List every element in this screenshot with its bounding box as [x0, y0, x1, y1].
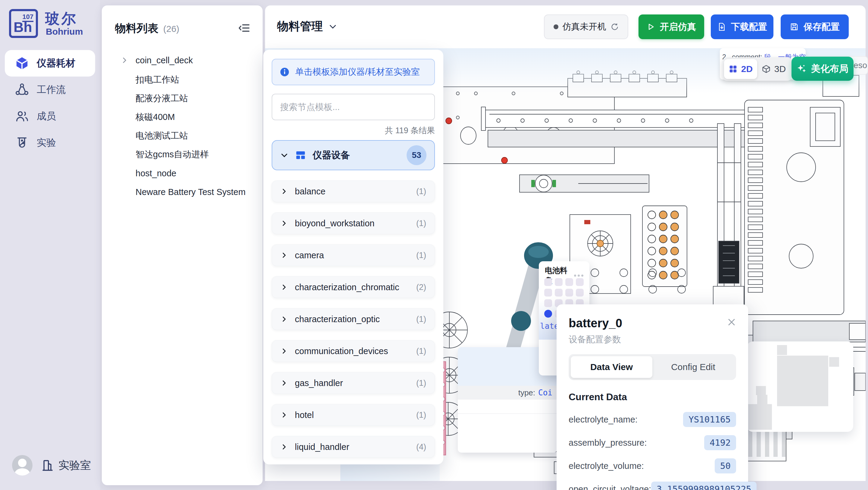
material-item[interactable]: 智达gcms自动进样 — [102, 145, 262, 164]
category-characterization-chromatic[interactable]: characterization_chromatic (2) — [272, 276, 435, 298]
current-data-heading: Current Data — [569, 392, 736, 403]
hint-text: 单击模板添加仪器/耗材至实验室 — [295, 66, 420, 78]
workflow-icon — [15, 83, 29, 97]
minimap-shape — [777, 355, 828, 406]
status-dot-icon — [554, 24, 558, 29]
popup-tabs: Data View Config Edit — [569, 354, 736, 380]
type-value: Coi — [538, 388, 552, 397]
battery-slot[interactable] — [544, 289, 552, 296]
beautify-layout-button[interactable]: 美化布局 — [792, 57, 854, 81]
category-characterization-optic[interactable]: characterization_optic (1) — [272, 308, 435, 330]
category-count: (1) — [416, 410, 426, 420]
play-icon — [647, 23, 655, 31]
data-row: electrolyte_name: YS101165 — [569, 410, 736, 429]
category-hotel[interactable]: hotel (1) — [272, 404, 435, 426]
battery-slot[interactable] — [555, 289, 563, 296]
data-label: open_circuit_voltage: — [569, 484, 651, 490]
category-bioyond-workstation[interactable]: bioyond_workstation (1) — [272, 212, 435, 234]
building-icon — [41, 459, 54, 472]
category-count: (1) — [416, 219, 426, 228]
material-list-title: 物料列表 — [115, 21, 158, 36]
battery-slot[interactable] — [555, 278, 563, 286]
battery-slot-selected[interactable] — [544, 310, 552, 318]
collapse-list-icon[interactable] — [238, 22, 251, 34]
template-panel: 单击模板添加仪器/耗材至实验室 共 119 条结果 仪器设备 53 balanc… — [263, 50, 443, 464]
refresh-icon[interactable] — [611, 23, 619, 31]
material-item[interactable]: 电池测试工站 — [102, 126, 262, 145]
lab-link[interactable]: 实验室 — [41, 458, 91, 473]
data-value: 3.1559998989105225 — [651, 482, 756, 490]
category-gas-handler[interactable]: gas_handler (1) — [272, 372, 435, 394]
mode-3d-button[interactable]: 3D — [757, 59, 790, 79]
minimap-shape — [757, 395, 767, 404]
category-name: balance — [295, 186, 409, 197]
battery-slot[interactable] — [576, 278, 584, 286]
battery-slot[interactable] — [544, 299, 552, 307]
battery-slot[interactable] — [565, 289, 573, 296]
category-count: (1) — [416, 315, 426, 324]
material-item[interactable]: 配液分液工站 — [102, 89, 262, 108]
chevron-right-icon — [280, 411, 288, 419]
group-instruments[interactable]: 仪器设备 53 — [272, 140, 435, 170]
category-name: liquid_handler — [295, 442, 409, 452]
sidebar-item-label: 实验 — [37, 136, 56, 149]
battery-slot[interactable] — [565, 278, 573, 286]
sidebar-item-label: 仪器耗材 — [37, 57, 75, 70]
category-count: (2) — [416, 283, 426, 292]
beautify-layout-label: 美化布局 — [811, 62, 848, 75]
hint-banner: 单击模板添加仪器/耗材至实验室 — [272, 59, 435, 85]
more-icon[interactable] — [574, 275, 583, 277]
sidebar-item-instruments[interactable]: 仪器耗材 — [5, 50, 95, 77]
material-item[interactable]: Neware Battery Test System — [102, 183, 262, 201]
category-camera[interactable]: camera (1) — [272, 244, 435, 266]
material-item-coin-cell-deck[interactable]: coin_cell_deck — [102, 50, 262, 70]
data-value: YS101165 — [683, 412, 736, 427]
category-name: characterization_optic — [295, 314, 409, 324]
chevron-down-icon — [328, 22, 337, 31]
category-balance[interactable]: balance (1) — [272, 180, 435, 202]
mode-2d-button[interactable]: 2D — [724, 59, 757, 79]
data-label: electrolyte_name: — [569, 415, 638, 425]
material-item[interactable]: 核磁400M — [102, 108, 262, 126]
cube-icon — [15, 56, 29, 70]
chevron-right-icon[interactable] — [121, 56, 128, 64]
material-item[interactable]: 扣电工作站 — [102, 70, 262, 89]
popup-subtitle: 设备配置参数 — [569, 334, 736, 346]
category-liquid-handler[interactable]: liquid_handler (4) — [272, 436, 435, 458]
close-icon[interactable] — [726, 317, 737, 327]
category-name: bioyond_workstation — [295, 219, 409, 228]
user-avatar[interactable] — [12, 455, 33, 475]
sidebar-item-label: 工作流 — [37, 83, 66, 96]
group-count-badge: 53 — [407, 145, 427, 165]
material-item[interactable]: host_node — [102, 164, 262, 183]
group-name: 仪器设备 — [313, 149, 400, 162]
chevron-right-icon — [280, 379, 288, 386]
download-config-button[interactable]: 下载配置 — [711, 15, 773, 39]
sidebar-item-experiments[interactable]: 实验 — [5, 129, 95, 156]
partial-tooltip-text: esou — [854, 61, 868, 70]
category-count: (1) — [416, 187, 426, 196]
status-text: 仿真未开机 — [563, 21, 606, 33]
brand-name-zh: 玻尔 — [45, 9, 78, 28]
battery-slot[interactable] — [576, 289, 584, 296]
save-config-button[interactable]: 保存配置 — [781, 15, 849, 39]
search-input[interactable] — [272, 94, 435, 120]
start-simulation-button[interactable]: 开启仿真 — [639, 15, 704, 39]
tab-data-view[interactable]: Data View — [571, 356, 652, 378]
tray-partial-label: late — [540, 321, 559, 330]
data-row: electrolyte_volume: 50 — [569, 457, 736, 475]
page-title-dropdown[interactable]: 物料管理 — [277, 19, 337, 34]
sidebar-item-members[interactable]: 成员 — [5, 103, 95, 129]
simulation-status-badge[interactable]: 仿真未开机 — [544, 15, 628, 39]
material-list-count: (26) — [163, 24, 179, 34]
sidebar-item-workflow[interactable]: 工作流 — [5, 77, 95, 103]
tab-config-edit[interactable]: Config Edit — [652, 356, 734, 378]
battery-slot[interactable] — [544, 278, 552, 286]
category-count: (1) — [416, 251, 426, 260]
grid-2d-icon — [728, 64, 738, 74]
minimap[interactable] — [747, 341, 853, 432]
save-icon — [790, 22, 799, 31]
bohrium-logo: 107 Bh — [9, 9, 38, 38]
category-communication-devices[interactable]: communication_devices (1) — [272, 340, 435, 362]
sidebar-item-label: 成员 — [37, 110, 56, 123]
